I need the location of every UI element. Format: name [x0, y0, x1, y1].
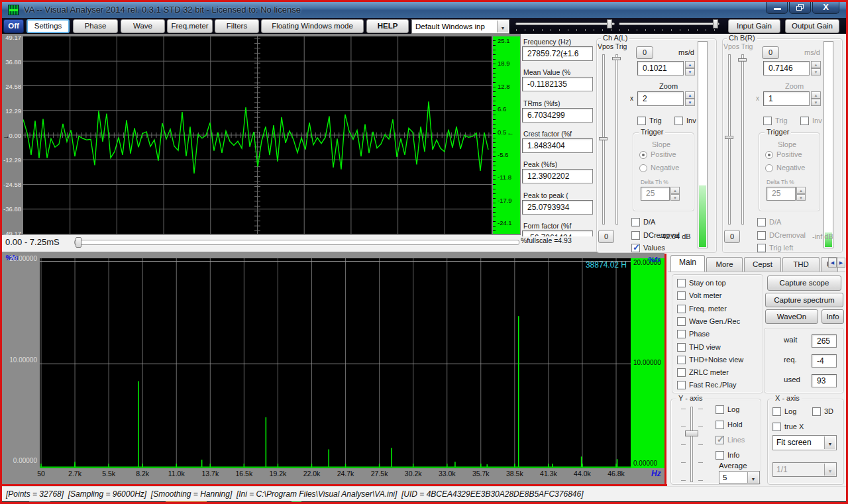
- vpos-slider-thumb[interactable]: [599, 137, 608, 140]
- capture-scope-button[interactable]: Capture scope: [767, 276, 841, 291]
- side-checkbox-wave-gen-rec[interactable]: [677, 317, 686, 326]
- side-checkbox-thd-noise-view[interactable]: [677, 356, 686, 364]
- x-log-checkbox[interactable]: [772, 407, 781, 416]
- chevron-down-icon[interactable]: ▼: [824, 464, 835, 476]
- minimize-button[interactable]: [766, 1, 788, 14]
- bottom-checkbox[interactable]: [631, 244, 640, 252]
- input-gain-slider-thumb[interactable]: [607, 19, 612, 28]
- spin-down-icon[interactable]: ▼: [811, 68, 821, 76]
- delta-th-spinner[interactable]: ▲ ▼: [796, 187, 806, 201]
- restore-button[interactable]: [789, 1, 811, 14]
- tab-cepst[interactable]: Cepst: [744, 257, 781, 272]
- tab-main[interactable]: Main: [670, 255, 705, 272]
- negative-radio[interactable]: [639, 164, 647, 172]
- inv-checkbox[interactable]: [800, 117, 809, 125]
- bottom-checkbox[interactable]: [757, 244, 766, 252]
- vpos-zero-button[interactable]: 0: [762, 46, 779, 59]
- zoom-input[interactable]: 1: [763, 91, 810, 106]
- trig-checkbox[interactable]: [637, 117, 646, 125]
- zoom-spinner[interactable]: ▲ ▼: [685, 91, 695, 106]
- chevron-down-icon[interactable]: ▼: [497, 21, 508, 32]
- y-axis-slider[interactable]: [690, 407, 693, 482]
- negative-radio[interactable]: [765, 164, 773, 172]
- spin-down-icon[interactable]: ▼: [670, 194, 680, 201]
- y-axis-checkbox-log[interactable]: [716, 405, 724, 414]
- tab-scroll-right-icon[interactable]: ▶: [837, 258, 845, 268]
- chevron-down-icon[interactable]: ▼: [824, 436, 835, 449]
- side-checkbox-fast-rec-play[interactable]: [677, 381, 686, 389]
- spin-up-icon[interactable]: ▲: [796, 187, 806, 194]
- spin-up-icon[interactable]: ▲: [811, 91, 821, 99]
- output-gain-slider-thumb[interactable]: [713, 19, 718, 28]
- off-button[interactable]: Off: [3, 19, 24, 33]
- y-axis-slider-thumb[interactable]: [685, 430, 698, 436]
- wave-button[interactable]: Wave: [121, 19, 165, 33]
- ms-per-div-input[interactable]: 0.1021: [637, 61, 684, 76]
- delta-th-spinner[interactable]: ▲ ▼: [670, 187, 680, 201]
- spin-down-icon[interactable]: ▼: [796, 194, 806, 201]
- side-checkbox-volt-meter[interactable]: [677, 291, 686, 300]
- side-checkbox-phase[interactable]: [677, 330, 686, 338]
- side-checkbox-freq-meter[interactable]: [677, 305, 686, 313]
- true-x-checkbox[interactable]: [772, 423, 781, 431]
- spin-up-icon[interactable]: ▲: [685, 61, 695, 68]
- y-axis-checkbox-info[interactable]: [716, 451, 724, 460]
- dcremoval-checkbox[interactable]: [757, 231, 766, 240]
- tab-scroll-left-icon[interactable]: ◀: [828, 258, 837, 268]
- zoom-input[interactable]: 2: [637, 91, 684, 106]
- delta-th-input[interactable]: 25: [641, 187, 670, 201]
- ms-per-div-spinner[interactable]: ▲ ▼: [685, 61, 695, 76]
- trig-slider-thumb[interactable]: [738, 58, 747, 62]
- help-button[interactable]: HELP: [366, 19, 409, 33]
- settings-button[interactable]: Settings: [26, 19, 70, 33]
- spin-up-icon[interactable]: ▲: [670, 187, 680, 194]
- tab-more[interactable]: More: [706, 257, 743, 272]
- input-gain-button[interactable]: Input Gain: [728, 19, 780, 33]
- spin-down-icon[interactable]: ▼: [811, 99, 821, 106]
- close-button[interactable]: X: [812, 1, 839, 14]
- spin-up-icon[interactable]: ▲: [685, 91, 695, 99]
- spectrum-plot[interactable]: 38874.02 H: [40, 258, 631, 468]
- delta-th-input[interactable]: 25: [767, 187, 796, 201]
- tab-thd[interactable]: THD: [782, 257, 820, 272]
- trig-slider[interactable]: [615, 54, 618, 225]
- x-3d-checkbox[interactable]: [812, 407, 821, 416]
- fit-screen-combo[interactable]: Fit screen ▼: [772, 435, 837, 450]
- chevron-down-icon[interactable]: ▼: [747, 472, 759, 483]
- average-combo[interactable]: 5 ▼: [719, 471, 760, 484]
- device-selector-combo[interactable]: Default Windows inp ▼: [411, 19, 509, 34]
- spin-down-icon[interactable]: ▼: [685, 99, 695, 106]
- vpos-slider[interactable]: [728, 54, 731, 225]
- title-bar[interactable]: VA -- Visual Analyser 2014 rel. 0.3.1 ST…: [2, 1, 846, 18]
- capture-spectrum-button[interactable]: Capture spectrum: [765, 293, 843, 307]
- side-checkbox-thd-view[interactable]: [677, 343, 686, 352]
- positive-radio[interactable]: [639, 151, 647, 159]
- info-button[interactable]: Info: [822, 309, 844, 324]
- y-axis-checkbox-hold[interactable]: [716, 421, 724, 429]
- vpos-zero-button[interactable]: 0: [636, 46, 653, 59]
- scope-scrollbar[interactable]: [74, 240, 519, 245]
- side-checkbox-zrlc-meter[interactable]: [677, 368, 686, 377]
- spin-down-icon[interactable]: ▼: [685, 68, 695, 76]
- da-checkbox[interactable]: [757, 218, 766, 227]
- side-checkbox-stay-on-top[interactable]: [677, 279, 686, 287]
- input-gain-slider[interactable]: [515, 23, 615, 25]
- ratio-combo[interactable]: 1/1 ▼: [772, 462, 837, 477]
- output-gain-slider[interactable]: [619, 23, 719, 25]
- output-gain-button[interactable]: Output Gain: [785, 19, 839, 33]
- dcremoval-checkbox[interactable]: [631, 231, 640, 240]
- inv-checkbox[interactable]: [674, 117, 683, 125]
- filters-button[interactable]: Filters: [215, 19, 259, 33]
- trig-slider-thumb[interactable]: [612, 57, 621, 60]
- ms-per-div-spinner[interactable]: ▲ ▼: [811, 61, 821, 76]
- scope-scrollbar-thumb[interactable]: [76, 237, 81, 248]
- spin-up-icon[interactable]: ▲: [811, 61, 821, 68]
- freq-meter-button[interactable]: Freq.meter: [167, 19, 213, 33]
- phase-button[interactable]: Phase: [73, 19, 118, 33]
- trig-zero-button[interactable]: 0: [724, 230, 740, 243]
- positive-radio[interactable]: [765, 151, 773, 159]
- trig-slider[interactable]: [741, 54, 744, 225]
- da-checkbox[interactable]: [631, 218, 640, 227]
- zoom-spinner[interactable]: ▲ ▼: [811, 91, 821, 106]
- floating-windows-button[interactable]: Floating Windows mode: [261, 19, 364, 33]
